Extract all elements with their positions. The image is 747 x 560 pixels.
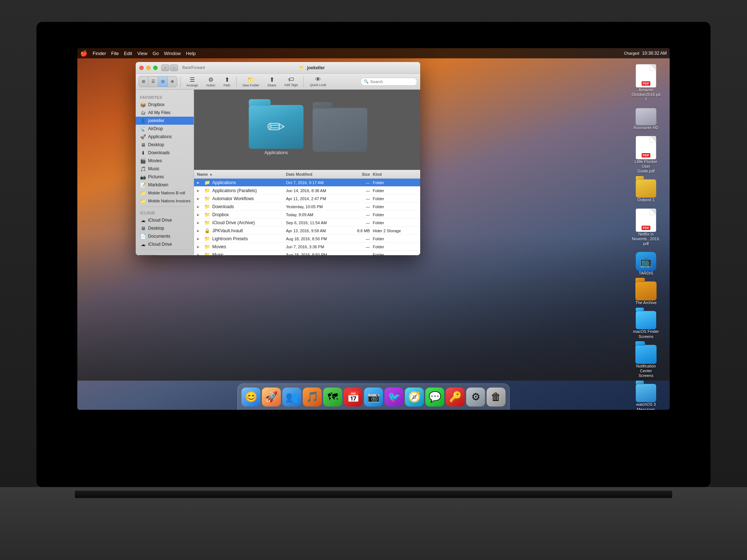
apple-menu[interactable]: 🍎: [80, 50, 88, 57]
sidebar-item-airdrop[interactable]: 📡 AirDrop: [136, 125, 194, 133]
dock-music-player[interactable]: 🎵: [303, 388, 322, 407]
dock-messages[interactable]: 💬: [425, 388, 444, 407]
sidebar-item-music[interactable]: 🎵 Music: [136, 165, 194, 173]
sidebar-item-downloads[interactable]: ⬇ Downloads: [136, 149, 194, 157]
share-button[interactable]: ⬆ Share: [264, 75, 279, 88]
divider-devices: [140, 250, 189, 250]
file-row-9[interactable]: ▶ 📁 Music Aug 18, 2016, 8:50 PM — Folder: [194, 251, 420, 255]
sidebar-item-icloud-desktop[interactable]: 🖥 Desktop: [136, 224, 194, 232]
fullscreen-button[interactable]: [153, 66, 158, 70]
file-row-6[interactable]: ▶ 🔒 JPKVault.hvault Apr 13, 2016, 9:58 A…: [194, 227, 420, 235]
search-input[interactable]: [370, 79, 414, 84]
desktop-icon-netflix-pdf[interactable]: PDF Netflix inNovemb...2016.pdf: [630, 207, 662, 248]
home-icon: 👤: [140, 118, 146, 124]
go-menu[interactable]: Go: [152, 51, 159, 56]
sidebar-item-documents[interactable]: 📄 Documents: [136, 232, 194, 240]
file-row-1[interactable]: ▶ 📁 Applications (Parallels) Jun 14, 201…: [194, 187, 420, 195]
sidebar-item-icloud-drive-2[interactable]: ☁ iCloud Drive: [136, 240, 194, 248]
view-column-btn[interactable]: ⊟: [158, 77, 168, 87]
view-list-btn[interactable]: ☰: [148, 77, 158, 87]
file-name-6: JPKVault.hvault: [212, 228, 243, 233]
dock-system-prefs[interactable]: ⚙: [466, 388, 485, 407]
col-kind-header[interactable]: Kind: [370, 172, 417, 176]
toolbar-sep-3: [303, 77, 304, 87]
view-menu[interactable]: View: [137, 51, 147, 56]
edit-menu[interactable]: Edit: [124, 51, 132, 56]
desktop-icon-rocinante-hd[interactable]: Rocinante HD: [630, 106, 662, 132]
sidebar-item-pictures[interactable]: 📷 Pictures: [136, 173, 194, 181]
back-button[interactable]: ‹: [161, 65, 169, 71]
desktop-icon-outpost1[interactable]: Outpost 1: [630, 178, 662, 204]
action-button[interactable]: ⚙ Action: [203, 75, 218, 88]
dock-tweetbot[interactable]: 🐦: [384, 388, 403, 407]
sidebar-item-dropbox[interactable]: 📦 Dropbox: [136, 101, 194, 109]
clock: 10:36:32 AM: [642, 51, 667, 56]
desktop-icon-amazon-pdf[interactable]: PDF AmazonOctober2016.pdf: [630, 63, 662, 104]
col-name-header[interactable]: Name ▲: [197, 172, 286, 176]
dock-photos[interactable]: 📷: [364, 388, 383, 407]
battery-status: Charged: [624, 51, 639, 55]
dock-contacts[interactable]: 👥: [282, 388, 301, 407]
col-size-header[interactable]: Size: [344, 172, 370, 176]
sidebar-item-mobile-nations-invoices[interactable]: 📁 Mobile Nations Invoices: [136, 197, 194, 205]
dock-launchpad[interactable]: 🚀: [262, 388, 281, 407]
file-row-5[interactable]: ▶ 📁 iCloud Drive (Archive) Sep 6, 2016, …: [194, 219, 420, 227]
netflix-pdf-icon: PDF: [636, 209, 656, 232]
quick-look-button[interactable]: 👁 Quick Look: [307, 75, 329, 88]
sidebar-item-applications[interactable]: 🚀 Applications: [136, 133, 194, 141]
minimize-button[interactable]: [146, 66, 151, 70]
dock-1password[interactable]: 🔑: [446, 388, 465, 407]
file-row-0[interactable]: ▶ 📁 Applications Oct 7, 2016, 9:17 AM — …: [194, 179, 420, 187]
desktop-icon-tardis[interactable]: 📺 TARDIS: [630, 250, 662, 277]
sidebar-item-markdown[interactable]: 📝 Markdown: [136, 181, 194, 189]
close-button[interactable]: [139, 66, 144, 70]
col-date-header[interactable]: Date Modified: [286, 172, 344, 176]
favorites-header: Favorites: [136, 93, 194, 101]
file-kind-7: Folder: [370, 237, 417, 241]
dock-safari[interactable]: 🧭: [405, 388, 424, 407]
desktop-icon-macos-finder[interactable]: macOS FinderScreens: [630, 310, 662, 340]
search-icon: 🔍: [364, 79, 369, 84]
sidebar-item-mobile-nations-broll[interactable]: 📁 Mobile Nations B-roll: [136, 189, 194, 197]
file-row-4[interactable]: ▶ 📁 Dropbox Today, 9:09 AM — Folder: [194, 211, 420, 219]
devices-header: Devices: [136, 252, 194, 255]
file-size-8: —: [344, 245, 370, 249]
desktop-icon-little-flocker[interactable]: PDF Little Flocker UserGuide.pdf: [630, 135, 662, 175]
file-date-1: Jun 14, 2016, 8:38 AM: [286, 188, 344, 193]
window-menu[interactable]: Window: [164, 51, 181, 56]
path-button[interactable]: ⬆ Path: [220, 75, 233, 88]
sidebar-item-joekeller[interactable]: 👤 joekeller: [136, 117, 194, 125]
finder-menu[interactable]: Finder: [93, 51, 106, 56]
add-tags-button[interactable]: 🏷 Add Tags: [281, 75, 301, 88]
file-row-3[interactable]: ▶ 📁 Downloads Yesterday, 10:05 PM — Fold…: [194, 203, 420, 211]
new-folder-button[interactable]: 📁 New Folder: [240, 75, 262, 88]
dock-maps[interactable]: 🗺: [323, 388, 342, 407]
file-row-8[interactable]: ▶ 📁 Movies Jun 7, 2016, 3:36 PM — Folder: [194, 243, 420, 251]
trackpad[interactable]: [75, 491, 672, 498]
dock-calendar[interactable]: 📅: [344, 388, 363, 407]
arrange-button[interactable]: ☰ Arrange: [183, 75, 201, 88]
desktop-icon-watchos[interactable]: watchOS 3Messages Screens: [630, 382, 662, 410]
sidebar-item-desktop[interactable]: 🖥 Desktop: [136, 141, 194, 149]
dock-finder[interactable]: 😊: [241, 388, 260, 407]
little-flocker-icon: PDF: [636, 136, 656, 159]
notification-center-icon: [635, 345, 657, 364]
desktop-icon-notification-center[interactable]: Notification CenterScreens: [630, 343, 662, 380]
search-box[interactable]: 🔍: [360, 78, 417, 86]
sidebar-item-icloud-drive[interactable]: ☁ iCloud Drive: [136, 216, 194, 224]
file-row-7[interactable]: ▶ 📁 Lightroom Presets Aug 18, 2016, 8:50…: [194, 235, 420, 243]
downloads-icon: ⬇: [140, 150, 146, 156]
file-row-2[interactable]: ▶ 📁 Automator Workflows Apr 11, 2014, 2:…: [194, 195, 420, 203]
documents-icon: 📄: [140, 233, 146, 239]
help-menu[interactable]: Help: [186, 51, 196, 56]
file-menu[interactable]: File: [111, 51, 119, 56]
sidebar-item-movies[interactable]: 🎬 Movies: [136, 157, 194, 165]
sidebar-item-all-my-files[interactable]: 🗂 All My Files: [136, 109, 194, 117]
view-cover-btn[interactable]: ⊕: [168, 77, 177, 87]
expand-icon-9: ▶: [197, 253, 202, 256]
dock-trash[interactable]: 🗑: [487, 388, 506, 407]
view-icon-btn[interactable]: ⊞: [139, 77, 148, 87]
desktop-icon-the-archive[interactable]: The Archive: [630, 280, 662, 307]
forward-button[interactable]: ›: [170, 65, 178, 71]
file-row-name-3: ▶ 📁 Downloads: [197, 204, 286, 210]
